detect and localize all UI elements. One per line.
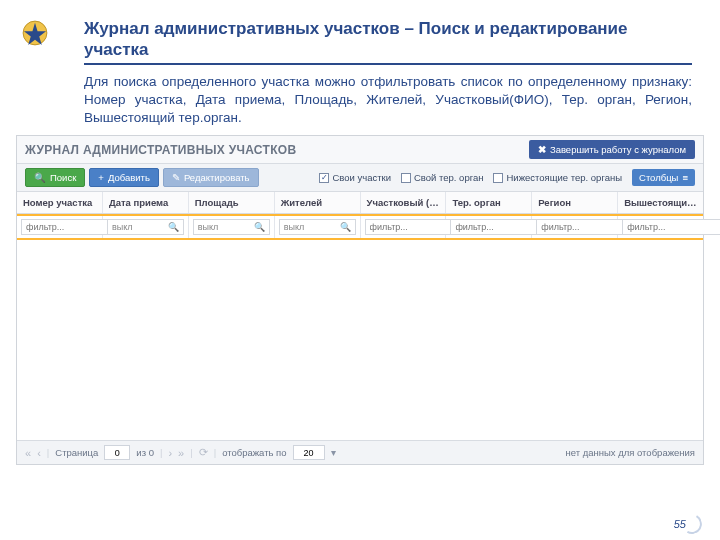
pager-first-icon[interactable]: «	[25, 447, 31, 459]
close-journal-button[interactable]: ✖ Завершить работу с журналом	[529, 140, 695, 159]
slide-heading: Журнал административных участков – Поиск…	[84, 18, 692, 65]
checkbox-icon	[493, 173, 503, 183]
own-sections-checkbox[interactable]: ✓ Свои участки	[319, 172, 391, 183]
grid-status: нет данных для отображения	[565, 447, 695, 458]
own-org-label: Свой тер. орган	[414, 172, 483, 183]
list-icon: ≡	[682, 172, 688, 183]
pager-perpage-input[interactable]	[293, 445, 325, 460]
search-button[interactable]: 🔍 Поиск	[25, 168, 85, 187]
pager-page-of: из 0	[136, 447, 154, 458]
search-button-label: Поиск	[50, 172, 76, 183]
own-sections-label: Свои участки	[332, 172, 391, 183]
pager-perpage-label: отображать по	[222, 447, 286, 458]
pencil-icon: ✎	[172, 172, 180, 183]
filter-input-parent-org[interactable]	[622, 219, 720, 235]
slide-description: Для поиска определенного участка можно о…	[84, 73, 692, 128]
plus-icon: +	[98, 172, 104, 183]
edit-button[interactable]: ✎ Редактировать	[163, 168, 259, 187]
pager-prev-icon[interactable]: ‹	[37, 447, 41, 459]
pager-page-label: Страница	[55, 447, 98, 458]
checkbox-checked-icon: ✓	[319, 173, 329, 183]
pager-next-icon[interactable]: ›	[168, 447, 172, 459]
table-body-empty	[17, 240, 703, 440]
pager-last-icon[interactable]: »	[178, 447, 184, 459]
filter-toggle-area[interactable]: выкл🔍	[193, 219, 270, 235]
lower-org-label: Нижестоящие тер. органы	[506, 172, 622, 183]
pager: « ‹ | Страница из 0 | › » | ⟳ | отобража…	[25, 445, 336, 460]
lower-org-checkbox[interactable]: Нижестоящие тер. органы	[493, 172, 622, 183]
own-org-checkbox[interactable]: Свой тер. орган	[401, 172, 483, 183]
search-icon: 🔍	[254, 222, 265, 232]
corner-decoration	[680, 512, 704, 536]
close-journal-label: Завершить работу с журналом	[550, 144, 686, 155]
table-header-row: Номер участка Дата приема Площадь Жителе…	[17, 192, 703, 214]
col-header[interactable]: Дата приема	[103, 192, 189, 213]
filter-toggle-residents[interactable]: выкл🔍	[279, 219, 356, 235]
search-icon: 🔍	[340, 222, 351, 232]
app-title: ЖУРНАЛ АДМИНИСТРАТИВНЫХ УЧАСТКОВ	[25, 143, 296, 157]
emblem-icon	[18, 16, 52, 50]
col-header[interactable]: Участковый (ФИО)	[361, 192, 447, 213]
search-icon: 🔍	[168, 222, 179, 232]
search-icon: 🔍	[34, 172, 46, 183]
add-button[interactable]: + Добавить	[89, 168, 159, 187]
filter-toggle-date[interactable]: выкл🔍	[107, 219, 184, 235]
add-button-label: Добавить	[108, 172, 150, 183]
pager-refresh-icon[interactable]: ⟳	[199, 446, 208, 459]
col-header[interactable]: Площадь	[189, 192, 275, 213]
col-header[interactable]: Тер. орган	[446, 192, 532, 213]
columns-button[interactable]: Столбцы ≡	[632, 169, 695, 186]
table-filter-row: выкл🔍 выкл🔍 выкл🔍	[17, 216, 703, 238]
chevron-down-icon[interactable]: ▾	[331, 447, 336, 458]
col-header[interactable]: Регион	[532, 192, 618, 213]
pager-page-input[interactable]	[104, 445, 130, 460]
checkbox-icon	[401, 173, 411, 183]
col-header[interactable]: Вышестоящий тер.	[618, 192, 703, 213]
app-window: ЖУРНАЛ АДМИНИСТРАТИВНЫХ УЧАСТКОВ ✖ Завер…	[16, 135, 704, 465]
columns-button-label: Столбцы	[639, 172, 678, 183]
col-header[interactable]: Жителей	[275, 192, 361, 213]
col-header[interactable]: Номер участка	[17, 192, 103, 213]
edit-button-label: Редактировать	[184, 172, 250, 183]
close-icon: ✖	[538, 144, 546, 155]
